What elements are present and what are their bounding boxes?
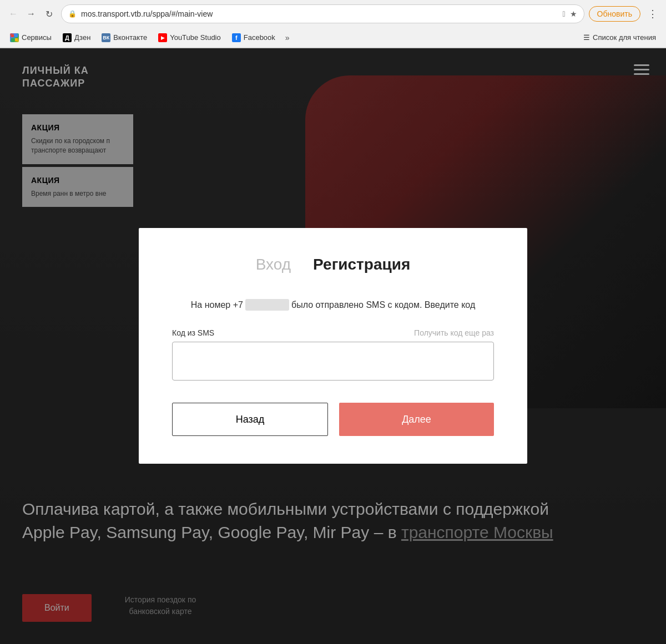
reload-button[interactable]: ↻ xyxy=(41,6,57,22)
description-prefix: На номер +7 xyxy=(191,300,243,310)
sms-label: Код из SMS xyxy=(172,328,214,337)
tab-register[interactable]: Регистрация xyxy=(313,256,410,276)
tab-login[interactable]: Вход xyxy=(256,256,291,276)
services-icon xyxy=(10,33,19,42)
translate-icon[interactable]:  xyxy=(562,9,565,18)
browser-chrome: ← → ↻ 🔒 mos.transport.vtb.ru/sppa/#/main… xyxy=(0,0,666,48)
update-button[interactable]: Обновить xyxy=(589,6,640,22)
bookmark-facebook[interactable]: f Facebook xyxy=(228,32,280,44)
modal-overlay: Вход Регистрация На номер +7 было отправ… xyxy=(0,48,666,644)
nav-buttons: ← → ↻ xyxy=(6,6,57,22)
vk-icon: ВК xyxy=(102,33,110,42)
reading-list-button[interactable]: ☰ Список для чтения xyxy=(579,32,660,43)
sms-code-input[interactable] xyxy=(172,342,494,381)
bookmark-vk[interactable]: ВК Вконтакте xyxy=(97,32,152,44)
phone-masked xyxy=(245,299,289,311)
lock-icon: 🔒 xyxy=(68,10,77,18)
bookmark-services-label: Сервисы xyxy=(22,33,52,42)
bookmark-dzen-label: Дзен xyxy=(74,33,90,42)
reading-list-icon: ☰ xyxy=(583,33,590,42)
bookmarks-more-button[interactable]: » xyxy=(282,32,293,44)
back-button[interactable]: ← xyxy=(6,6,21,22)
browser-menu-button[interactable]: ⋮ xyxy=(645,6,660,22)
bookmarks-bar: Сервисы Д Дзен ВК Вконтакте ▶ YouTube St… xyxy=(0,28,666,48)
address-bar[interactable]: 🔒 mos.transport.vtb.ru/sppa/#/main-view … xyxy=(61,4,584,23)
bookmark-facebook-label: Facebook xyxy=(244,33,275,42)
address-text: mos.transport.vtb.ru/sppa/#/main-view xyxy=(81,9,558,18)
modal-buttons: Назад Далее xyxy=(172,403,494,436)
star-icon[interactable]: ★ xyxy=(570,9,577,18)
bookmark-vk-label: Вконтакте xyxy=(113,33,147,42)
resend-link[interactable]: Получить код еще раз xyxy=(414,328,494,337)
svg-rect-1 xyxy=(15,34,18,37)
bookmark-youtube-label: YouTube Studio xyxy=(170,33,221,42)
youtube-icon: ▶ xyxy=(158,33,167,42)
bookmark-dzen[interactable]: Д Дзен xyxy=(58,32,95,44)
browser-actions: Обновить ⋮ xyxy=(589,6,660,22)
description-suffix: было отправлено SMS с кодом. Введите код xyxy=(291,300,475,310)
page-background: ЛИЧНЫЙ КА ПАССАЖИР АКЦИЯ Скидки по ка го… xyxy=(0,48,666,644)
facebook-icon: f xyxy=(232,33,241,42)
modal-dialog: Вход Регистрация На номер +7 было отправ… xyxy=(139,228,527,464)
bookmark-youtube[interactable]: ▶ YouTube Studio xyxy=(154,32,225,44)
forward-button[interactable]: → xyxy=(23,6,39,22)
dzen-icon: Д xyxy=(63,33,72,42)
bookmark-services[interactable]: Сервисы xyxy=(6,32,56,44)
next-button[interactable]: Далее xyxy=(339,403,494,436)
svg-rect-0 xyxy=(11,34,14,37)
back-button[interactable]: Назад xyxy=(172,403,328,436)
svg-rect-2 xyxy=(11,38,14,41)
svg-rect-3 xyxy=(15,38,18,41)
sms-label-row: Код из SMS Получить код еще раз xyxy=(172,328,494,337)
browser-toolbar: ← → ↻ 🔒 mos.transport.vtb.ru/sppa/#/main… xyxy=(0,0,666,28)
reading-list-label: Список для чтения xyxy=(593,33,656,42)
modal-tabs: Вход Регистрация xyxy=(172,256,494,276)
modal-description: На номер +7 было отправлено SMS с кодом.… xyxy=(172,298,494,312)
